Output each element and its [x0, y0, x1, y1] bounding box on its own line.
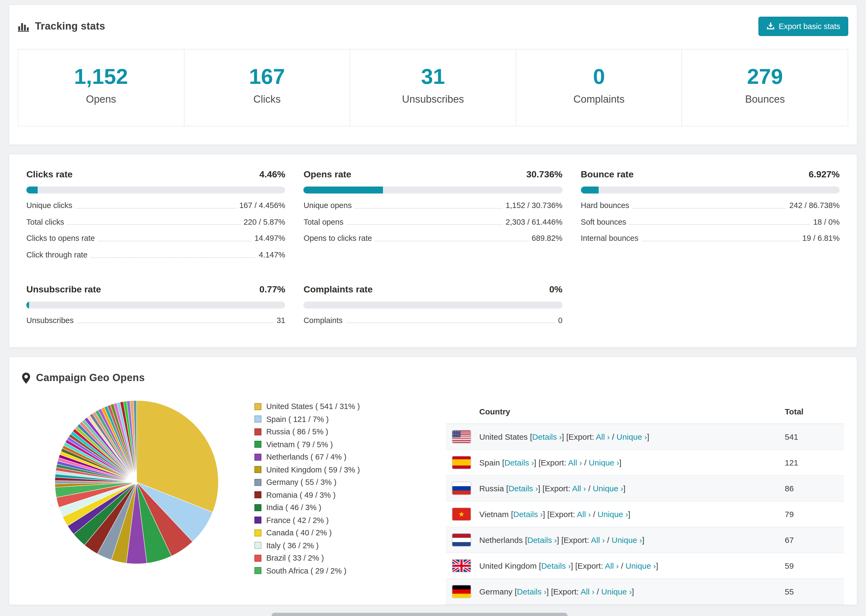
row-label: Click through rate — [26, 250, 87, 259]
details-link[interactable]: Details › — [508, 484, 538, 493]
country-cell: Vietnam [Details ›] [Export: All › / Uni… — [479, 510, 785, 519]
row-value: 18 / 0% — [813, 217, 840, 226]
unsubscribe-rate-progress-bar — [26, 301, 285, 308]
stat-row: Click through rate4.147% — [26, 250, 285, 259]
export-unique-link[interactable]: Unique › — [601, 587, 632, 596]
country-total: 121 — [785, 458, 844, 467]
country-cell: Netherlands [Details ›] [Export: All › /… — [479, 536, 785, 545]
stat-row: Total opens2,303 / 61.446% — [304, 217, 563, 226]
export-unique-link[interactable]: Unique › — [593, 484, 623, 493]
stat-box-unsubscribes: 31Unsubscribes — [350, 49, 516, 126]
country-name: Netherlands — [479, 536, 525, 545]
rate-title: Opens rate — [304, 169, 351, 180]
dotted-leader — [355, 208, 502, 208]
export-unique-link[interactable]: Unique › — [612, 536, 642, 545]
legend-label: Russia ( 86 / 5% ) — [266, 427, 328, 436]
flag-gb-icon — [452, 560, 471, 572]
row-label: Unique clicks — [26, 201, 72, 210]
stat-value: 167 — [184, 66, 350, 87]
row-value: 0 — [558, 316, 562, 325]
legend-swatch — [254, 466, 261, 473]
export-all-link[interactable]: All › — [591, 536, 605, 545]
geo-header: Campaign Geo Opens — [22, 372, 844, 384]
complaints-rate-progress-bar — [304, 301, 563, 308]
geo-legend: United States ( 541 / 31% )Spain ( 121 /… — [254, 402, 416, 579]
stat-box-clicks: 167Clicks — [184, 49, 350, 126]
country-name: Spain — [479, 458, 502, 467]
dotted-leader — [347, 225, 502, 225]
stat-value: 31 — [350, 66, 516, 87]
country-name: United States — [479, 432, 530, 442]
row-value: 220 / 5.87% — [244, 217, 285, 226]
rate-value: 6.927% — [809, 169, 840, 180]
rate-title: Unsubscribe rate — [26, 284, 101, 295]
row-label: Total opens — [304, 217, 343, 226]
export-all-link[interactable]: All › — [577, 510, 591, 519]
legend-label: Italy ( 36 / 2% ) — [266, 541, 319, 550]
country-total: 79 — [785, 510, 844, 519]
geo-table-row-germany: Germany [Details ›] [Export: All › / Uni… — [446, 579, 844, 605]
tracking-stats-card: Tracking stats Export basic stats 1,152O… — [9, 4, 857, 145]
legend-label: Romania ( 49 / 3% ) — [266, 491, 335, 499]
stat-row: Unique clicks167 / 4.456% — [26, 201, 285, 210]
export-unique-link[interactable]: Unique › — [616, 432, 647, 442]
progress-bar-fill — [581, 187, 599, 193]
legend-label: France ( 42 / 2% ) — [266, 516, 329, 525]
row-label: Internal bounces — [581, 234, 638, 243]
legend-item: Russia ( 86 / 5% ) — [254, 427, 416, 436]
legend-item: Italy ( 36 / 2% ) — [254, 541, 416, 550]
legend-item: Spain ( 121 / 7% ) — [254, 415, 416, 424]
rate-title: Bounce rate — [581, 169, 634, 180]
row-value: 14.497% — [254, 234, 285, 243]
export-all-link[interactable]: All › — [568, 458, 582, 467]
stat-value: 0 — [516, 66, 682, 87]
geo-table: Country Total United States [Details ›] … — [446, 399, 844, 605]
horizontal-scrollbar[interactable] — [272, 613, 567, 616]
row-label: Hard bounces — [581, 201, 629, 210]
progress-bar-fill — [26, 187, 38, 193]
export-basic-stats-button[interactable]: Export basic stats — [758, 17, 848, 36]
legend-label: South Africa ( 29 / 2% ) — [266, 567, 346, 575]
row-value: 31 — [277, 316, 285, 325]
export-all-link[interactable]: All › — [596, 432, 610, 442]
page: Tracking stats Export basic stats 1,152O… — [0, 4, 866, 616]
export-unique-link[interactable]: Unique › — [625, 561, 656, 570]
legend-swatch — [254, 454, 261, 460]
dotted-leader — [91, 257, 255, 258]
details-link[interactable]: Details › — [517, 587, 546, 596]
details-link[interactable]: Details › — [532, 432, 562, 442]
geo-table-row-united-kingdom: United Kingdom [Details ›] [Export: All … — [446, 553, 844, 579]
stat-box-bounces: 279Bounces — [682, 49, 848, 126]
flag-nl-icon — [452, 534, 471, 546]
export-all-link[interactable]: All › — [581, 587, 595, 596]
dotted-leader — [633, 208, 786, 208]
geo-table-row-vietnam: ★Vietnam [Details ›] [Export: All › / Un… — [446, 502, 844, 528]
stat-value: 279 — [682, 66, 848, 87]
legend-item: Brazil ( 33 / 2% ) — [254, 554, 416, 563]
row-label: Total clicks — [26, 217, 64, 226]
row-label: Unique opens — [304, 201, 352, 210]
geo-pie-wrapper — [53, 399, 220, 568]
legend-item: Canada ( 40 / 2% ) — [254, 529, 416, 537]
export-unique-link[interactable]: Unique › — [598, 510, 628, 519]
export-all-link[interactable]: All › — [605, 561, 619, 570]
legend-swatch — [254, 517, 261, 524]
stat-row: Soft bounces18 / 0% — [581, 217, 840, 226]
details-link[interactable]: Details › — [513, 510, 543, 519]
legend-item: France ( 42 / 2% ) — [254, 516, 416, 525]
legend-swatch — [254, 567, 261, 574]
legend-item: Netherlands ( 67 / 4% ) — [254, 453, 416, 462]
details-link[interactable]: Details › — [541, 561, 571, 570]
country-cell: Russia [Details ›] [Export: All › / Uniq… — [479, 484, 785, 493]
geo-table-row-netherlands: Netherlands [Details ›] [Export: All › /… — [446, 528, 844, 553]
export-unique-link[interactable]: Unique › — [589, 458, 619, 467]
progress-bar-fill — [26, 301, 29, 308]
export-all-link[interactable]: All › — [572, 484, 586, 493]
details-link[interactable]: Details › — [527, 536, 557, 545]
progress-bar-fill — [304, 187, 383, 193]
flag-de-icon — [452, 586, 471, 598]
legend-swatch — [254, 492, 261, 498]
details-link[interactable]: Details › — [504, 458, 534, 467]
country-total: 541 — [785, 432, 844, 442]
stat-row: Total clicks220 / 5.87% — [26, 217, 285, 226]
